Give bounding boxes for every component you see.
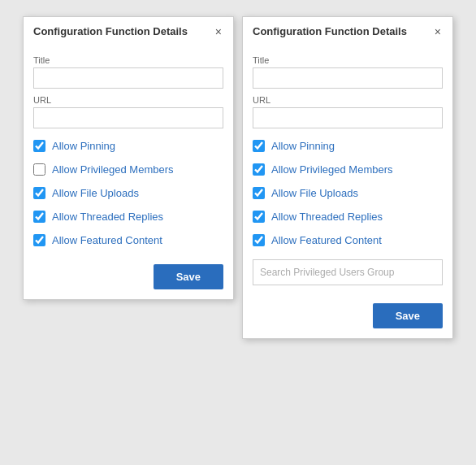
- right-checkbox-row-3: Allow Threaded Replies: [253, 211, 443, 223]
- left-label-allow-featured-content[interactable]: Allow Featured Content: [52, 234, 162, 246]
- left-dialog: Configuration Function Details × Title U…: [23, 16, 234, 300]
- left-save-button[interactable]: Save: [154, 264, 223, 289]
- left-url-input[interactable]: [33, 107, 223, 128]
- right-dialog-header: Configuration Function Details ×: [243, 17, 452, 44]
- left-url-label: URL: [33, 95, 223, 105]
- right-title-label: Title: [253, 55, 443, 65]
- left-checkbox-row-2: Allow File Uploads: [33, 187, 223, 199]
- left-checkbox-row-1: Allow Privileged Members: [33, 163, 223, 176]
- right-title-input[interactable]: [253, 67, 443, 89]
- left-title-input[interactable]: [33, 67, 223, 89]
- right-checkbox-row-4: Allow Featured Content: [253, 234, 443, 246]
- right-label-allow-featured-content[interactable]: Allow Featured Content: [271, 234, 382, 246]
- right-url-input[interactable]: [253, 107, 443, 128]
- right-search-privileged-users-input[interactable]: [253, 259, 443, 285]
- left-dialog-header: Configuration Function Details ×: [24, 17, 233, 44]
- left-label-allow-threaded-replies[interactable]: Allow Threaded Replies: [52, 211, 163, 223]
- left-title-label: Title: [33, 55, 223, 65]
- left-label-allow-privileged-members[interactable]: Allow Privileged Members: [52, 163, 174, 176]
- left-checkbox-allow-threaded-replies[interactable]: [33, 211, 45, 223]
- right-dialog-body: Title URL Allow Pinning Allow Privileged…: [243, 44, 452, 295]
- right-checkbox-allow-file-uploads[interactable]: [253, 187, 265, 199]
- right-label-allow-threaded-replies[interactable]: Allow Threaded Replies: [271, 211, 383, 223]
- left-dialog-footer: Save: [24, 256, 233, 299]
- left-checkbox-row-3: Allow Threaded Replies: [33, 211, 223, 223]
- left-dialog-body: Title URL Allow Pinning Allow Privileged…: [24, 44, 233, 256]
- right-label-allow-pinning[interactable]: Allow Pinning: [271, 140, 335, 152]
- left-close-button[interactable]: ×: [214, 26, 223, 37]
- right-checkbox-row-1: Allow Privileged Members: [253, 163, 443, 176]
- right-url-label: URL: [253, 95, 443, 105]
- right-label-allow-privileged-members[interactable]: Allow Privileged Members: [271, 163, 393, 176]
- left-checkbox-row-0: Allow Pinning: [33, 140, 223, 152]
- left-checkbox-allow-privileged-members[interactable]: [33, 163, 45, 176]
- right-dialog-title: Configuration Function Details: [253, 25, 407, 37]
- right-dialog: Configuration Function Details × Title U…: [242, 16, 453, 339]
- right-dialog-footer: Save: [243, 295, 452, 338]
- left-checkbox-allow-file-uploads[interactable]: [33, 187, 45, 199]
- left-label-allow-file-uploads[interactable]: Allow File Uploads: [52, 187, 139, 199]
- left-checkbox-allow-pinning[interactable]: [33, 140, 45, 152]
- right-checkbox-allow-privileged-members[interactable]: [253, 163, 265, 176]
- right-close-button[interactable]: ×: [433, 26, 443, 37]
- right-checkbox-allow-pinning[interactable]: [253, 140, 265, 152]
- right-checkbox-row-0: Allow Pinning: [253, 140, 443, 152]
- right-save-button[interactable]: Save: [373, 303, 443, 328]
- left-checkbox-allow-featured-content[interactable]: [33, 234, 45, 246]
- right-checkbox-allow-threaded-replies[interactable]: [253, 211, 265, 223]
- left-dialog-title: Configuration Function Details: [33, 25, 188, 37]
- right-checkbox-row-2: Allow File Uploads: [253, 187, 443, 199]
- right-label-allow-file-uploads[interactable]: Allow File Uploads: [271, 187, 358, 199]
- right-checkbox-allow-featured-content[interactable]: [253, 234, 265, 246]
- left-label-allow-pinning[interactable]: Allow Pinning: [52, 140, 115, 152]
- left-checkbox-row-4: Allow Featured Content: [33, 234, 223, 246]
